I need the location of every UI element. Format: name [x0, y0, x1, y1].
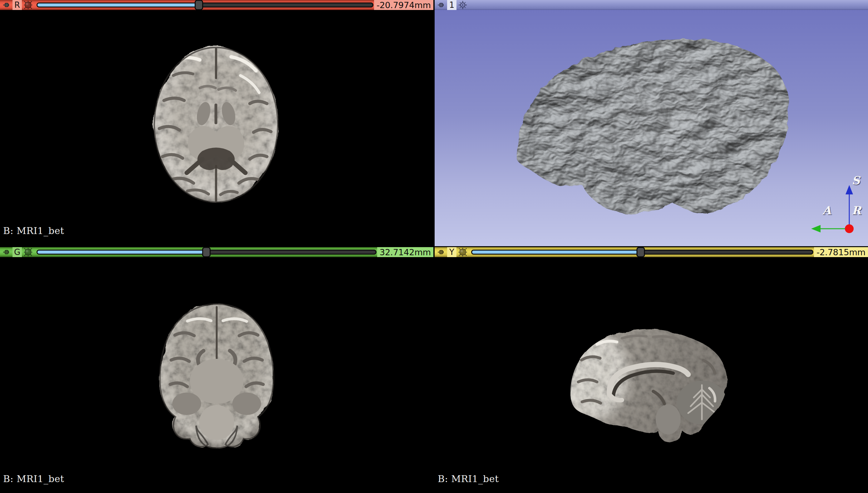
- axis-label-right: R: [852, 204, 861, 217]
- threed-viewport[interactable]: S A R: [435, 10, 868, 246]
- threed-controller: 1: [435, 0, 868, 10]
- sagittal-viewport[interactable]: B: MRI1_bet: [435, 257, 868, 493]
- slider-handle[interactable]: [195, 0, 203, 10]
- slice-offset-slider[interactable]: [471, 247, 813, 257]
- view-label-green[interactable]: G: [13, 247, 22, 257]
- slider-track[interactable]: [37, 2, 373, 7]
- axial-brain-image: [0, 10, 433, 246]
- volume-label: B: MRI1_bet: [438, 473, 499, 484]
- slice-intersection-icon: [23, 248, 33, 257]
- crosshair-button[interactable]: [458, 0, 468, 10]
- pin-button[interactable]: [2, 248, 11, 256]
- slider-handle[interactable]: [636, 247, 645, 257]
- slice-offset-value: -2.7815mm: [814, 247, 868, 257]
- threed-panel: 1: [435, 0, 868, 246]
- slider-fill: [38, 3, 199, 6]
- slice-visibility-button[interactable]: [23, 0, 33, 10]
- slice-offset-slider[interactable]: [37, 0, 373, 10]
- axis-label-superior: S: [852, 174, 860, 187]
- coronal-brain-image: [0, 257, 433, 493]
- view-label-3d[interactable]: 1: [447, 0, 456, 10]
- slice-visibility-button[interactable]: [23, 248, 33, 257]
- red-slice-panel: R -20.7974mm: [0, 0, 433, 246]
- slice-intersection-icon: [458, 248, 468, 257]
- green-slice-panel: G 32.7142mm: [0, 247, 433, 493]
- slice-visibility-button[interactable]: [458, 248, 468, 257]
- slice-offset-value: -20.7974mm: [374, 0, 433, 10]
- volume-label: B: MRI1_bet: [3, 225, 64, 236]
- pin-icon: [2, 248, 11, 256]
- axial-viewport[interactable]: B: MRI1_bet: [0, 10, 433, 246]
- threed-brain-rendering: [435, 10, 868, 246]
- pin-icon: [437, 248, 445, 256]
- slice-offset-value: 32.7142mm: [377, 247, 433, 257]
- yellow-slice-panel: Y -2.7815mm: [435, 247, 868, 493]
- pin-button[interactable]: [437, 248, 445, 256]
- pin-button[interactable]: [437, 1, 445, 9]
- view-label-red[interactable]: R: [13, 0, 22, 10]
- slider-fill: [38, 251, 206, 254]
- axis-label-anterior: A: [822, 204, 831, 217]
- coronal-viewport[interactable]: B: MRI1_bet: [0, 257, 433, 493]
- green-slice-controller: G 32.7142mm: [0, 247, 433, 257]
- slice-intersection-icon: [23, 0, 33, 10]
- pin-button[interactable]: [2, 1, 11, 9]
- view-label-yellow[interactable]: Y: [447, 247, 456, 257]
- red-slice-controller: R -20.7974mm: [0, 0, 433, 10]
- slice-offset-slider[interactable]: [37, 247, 376, 257]
- crosshair-icon: [458, 0, 468, 10]
- slider-fill: [472, 251, 641, 254]
- sagittal-brain-image: [435, 257, 868, 493]
- yellow-slice-controller: Y -2.7815mm: [435, 247, 868, 257]
- slider-handle[interactable]: [202, 247, 211, 257]
- orientation-axes: S A R: [806, 176, 866, 239]
- slicer-fourup-view: R -20.7974mm: [0, 0, 868, 493]
- pin-icon: [2, 1, 11, 9]
- volume-label: B: MRI1_bet: [3, 473, 64, 484]
- pin-icon: [437, 1, 445, 9]
